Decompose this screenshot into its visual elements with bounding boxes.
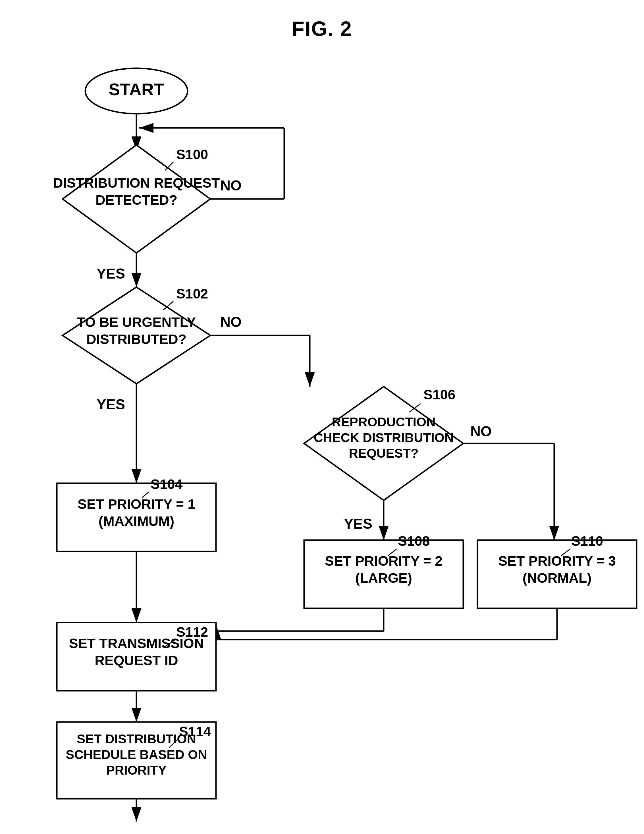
- s100-yes-label: YES: [97, 266, 125, 282]
- s106-step: S106: [423, 387, 455, 402]
- s114-line1: SET DISTRIBUTION: [77, 732, 196, 746]
- s108-line1: SET PRIORITY = 2: [325, 553, 442, 569]
- s108-step: S108: [398, 533, 430, 549]
- s102-line2: DISTRIBUTED?: [86, 332, 186, 347]
- s106-yes-label: YES: [344, 516, 372, 532]
- s114-step: S114: [179, 724, 211, 739]
- s114-line2: SCHEDULE BASED ON: [66, 747, 207, 762]
- s100-no-label: NO: [220, 178, 242, 194]
- s104-line1: SET PRIORITY = 1: [77, 496, 195, 512]
- s106-no-label: NO: [470, 423, 492, 440]
- s100-line1: DISTRIBUTION REQUEST: [53, 175, 220, 191]
- s110-line2: (NORMAL): [523, 571, 592, 585]
- s114-line3: PRIORITY: [106, 763, 167, 777]
- s104-step: S104: [151, 477, 182, 492]
- s106-line3: REQUEST?: [349, 446, 418, 461]
- s102-yes-label: YES: [97, 396, 125, 412]
- s104-line2: (MAXIMUM): [98, 514, 174, 529]
- flowchart-diagram: START DISTRIBUTION REQUEST DETECTED? S10…: [0, 40, 644, 821]
- s106-line1: REPRODUCTION: [332, 415, 436, 429]
- page-title: FIG. 2: [0, 0, 644, 40]
- s102-step: S102: [176, 286, 208, 301]
- s102-line1: TO BE URGENTLY: [77, 315, 196, 330]
- s102-no-label: NO: [220, 314, 242, 330]
- s110-step: S110: [571, 533, 603, 549]
- s100-line2: DETECTED?: [95, 192, 178, 207]
- start-label: START: [108, 80, 164, 99]
- s100-step: S100: [176, 147, 208, 162]
- s106-line2: CHECK DISTRIBUTION: [314, 430, 454, 445]
- s110-line1: SET PRIORITY = 3: [498, 553, 616, 569]
- s112-line2: REQUEST ID: [95, 653, 178, 668]
- s112-step: S112: [176, 624, 208, 640]
- s108-line2: (LARGE): [355, 571, 412, 585]
